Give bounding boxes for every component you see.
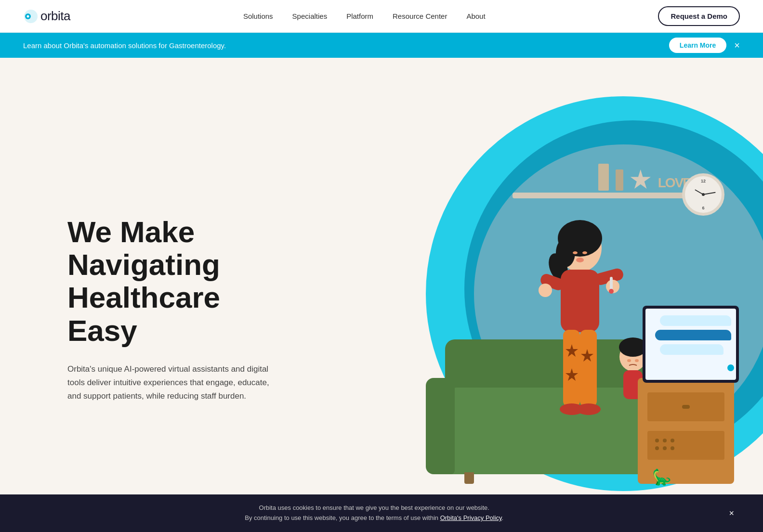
cookie-close-button[interactable]: × — [729, 508, 734, 519]
couch-arm-left — [426, 378, 455, 474]
orbita-logo-icon — [23, 9, 39, 24]
nav-resource-center[interactable]: Resource Center — [393, 12, 447, 21]
nav-solutions[interactable]: Solutions — [243, 12, 273, 21]
svg-point-26 — [627, 359, 631, 362]
hero-illustration: LOVE 12 6 — [305, 58, 763, 532]
cookie-period: . — [502, 514, 504, 521]
couch-leg-1 — [464, 472, 474, 484]
laptop-indicator-dot — [727, 364, 734, 371]
shelf-book-1 — [598, 164, 609, 191]
chat-bubble-2 — [655, 330, 731, 340]
clock-12: 12 — [701, 179, 706, 183]
wall-clock: 12 6 — [682, 173, 724, 216]
dot — [655, 439, 659, 442]
laptop — [643, 306, 739, 383]
nav-specialties[interactable]: Specialties — [292, 12, 328, 21]
shelf-star — [630, 169, 651, 191]
svg-rect-17 — [563, 330, 580, 407]
drawer-dots — [647, 431, 724, 450]
dot-row-2 — [655, 446, 724, 450]
chat-bubble-1 — [660, 315, 731, 326]
svg-point-2 — [27, 15, 29, 17]
dot — [671, 446, 674, 450]
drawer-handle-1 — [682, 405, 690, 409]
hero-description: Orbita's unique AI-powered virtual assis… — [67, 363, 270, 403]
cookie-text: Orbita uses cookies to ensure that we gi… — [29, 503, 719, 523]
svg-point-16 — [609, 289, 614, 294]
shelf — [513, 193, 696, 198]
nightstand-drawer-top — [647, 392, 724, 421]
banner-text: Learn about Orbita's automation solution… — [23, 41, 226, 50]
dot — [671, 439, 674, 442]
laptop-screen — [645, 309, 736, 380]
banner-actions: Learn More × — [669, 38, 740, 53]
nightstand-drawer-bottom — [647, 431, 724, 460]
dot — [663, 439, 667, 442]
clock-face: 12 6 — [686, 178, 720, 211]
svg-point-8 — [582, 251, 587, 254]
dot-row-1 — [655, 439, 724, 442]
clock-6: 6 — [702, 206, 704, 210]
chat-bubble-3 — [660, 344, 724, 355]
nav-platform[interactable]: Platform — [346, 12, 373, 21]
cookie-line1: Orbita uses cookies to ensure that we gi… — [259, 504, 489, 511]
request-demo-button[interactable]: Request a Demo — [658, 6, 740, 26]
svg-rect-18 — [580, 330, 597, 407]
shelf-book-2 — [616, 169, 623, 191]
svg-rect-10 — [561, 270, 599, 332]
nav-about[interactable]: About — [466, 12, 485, 21]
clock-center-dot — [702, 193, 705, 196]
announcement-banner: Learn about Orbita's automation solution… — [0, 33, 763, 58]
nav-links: Solutions Specialties Platform Resource … — [243, 12, 486, 21]
banner-close-button[interactable]: × — [734, 40, 740, 50]
cookie-line2: By continuing to use this website, you a… — [245, 514, 440, 521]
hero-section: We Make Navigating Healthcare Easy Orbit… — [0, 58, 763, 532]
clock-minute-hand — [703, 192, 716, 195]
shelf-items: LOVE — [598, 164, 691, 191]
learn-more-button[interactable]: Learn More — [669, 38, 726, 53]
privacy-policy-link[interactable]: Orbita's Privacy Policy — [440, 514, 502, 521]
cookie-banner: Orbita uses cookies to ensure that we gi… — [0, 494, 763, 532]
hero-content: We Make Navigating Healthcare Easy Orbit… — [0, 216, 270, 403]
brand-name: orbita — [40, 9, 70, 24]
svg-point-27 — [635, 359, 639, 362]
logo[interactable]: orbita — [23, 9, 70, 24]
dot — [655, 446, 659, 450]
svg-point-23 — [577, 403, 601, 415]
dot — [663, 446, 667, 450]
svg-point-9 — [576, 258, 584, 262]
hero-title: We Make Navigating Healthcare Easy — [67, 216, 270, 347]
dinosaur-toy: 🦕 — [652, 468, 671, 486]
navbar: orbita Solutions Specialties Platform Re… — [0, 0, 763, 33]
svg-point-13 — [539, 284, 552, 297]
svg-point-7 — [573, 251, 578, 254]
